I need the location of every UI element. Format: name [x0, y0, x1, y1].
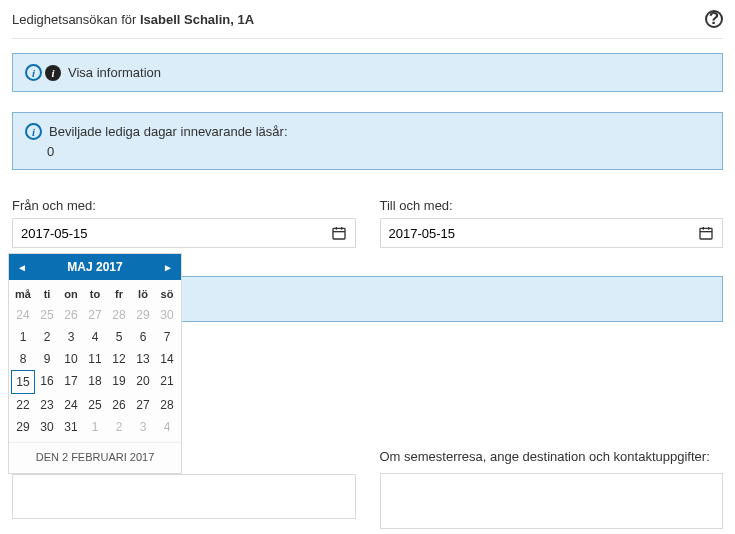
datepicker-day[interactable]: 24	[59, 394, 83, 416]
info-banner-text: Visa information	[68, 65, 161, 80]
datepicker-day[interactable]: 6	[131, 326, 155, 348]
datepicker-popover: ◄ MAJ 2017 ► måtiontofrlösö2425262728293…	[8, 253, 182, 474]
datepicker-dow: må	[11, 284, 35, 304]
datepicker-day[interactable]: 20	[131, 370, 155, 394]
datepicker-day[interactable]: 31	[59, 416, 83, 438]
datepicker-day[interactable]: 30	[35, 416, 59, 438]
datepicker-day[interactable]: 29	[11, 416, 35, 438]
datepicker-day[interactable]: 8	[11, 348, 35, 370]
svg-rect-4	[700, 228, 712, 239]
to-date-input[interactable]	[380, 218, 724, 248]
datepicker-dow: to	[83, 284, 107, 304]
from-date-label: Från och med:	[12, 198, 356, 213]
destination-textarea[interactable]	[380, 473, 724, 529]
datepicker-day[interactable]: 26	[107, 394, 131, 416]
datepicker-day[interactable]: 21	[155, 370, 179, 394]
datepicker-day[interactable]: 27	[131, 394, 155, 416]
datepicker-day[interactable]: 18	[83, 370, 107, 394]
datepicker-next-month[interactable]: ►	[163, 262, 173, 273]
datepicker-day[interactable]: 26	[59, 304, 83, 326]
datepicker-month-label: MAJ 2017	[67, 260, 122, 274]
datepicker-dow: on	[59, 284, 83, 304]
datepicker-day[interactable]: 30	[155, 304, 179, 326]
datepicker-prev-month[interactable]: ◄	[17, 262, 27, 273]
info-icon-solid: i	[45, 65, 61, 81]
destination-label: Om semesterresa, ange destination och ko…	[380, 449, 724, 464]
calendar-icon[interactable]	[698, 225, 714, 241]
datepicker-day[interactable]: 7	[155, 326, 179, 348]
datepicker-day[interactable]: 1	[83, 416, 107, 438]
page-title: Ledighetsansökan för Isabell Schalin, 1A	[12, 12, 254, 27]
datepicker-day[interactable]: 23	[35, 394, 59, 416]
date-range-row: Från och med: Till och med:	[12, 198, 723, 248]
datepicker-grid: måtiontofrlösö24252627282930123456789101…	[9, 280, 181, 440]
left-notes-textarea[interactable]	[12, 474, 356, 519]
datepicker-dow: fr	[107, 284, 131, 304]
datepicker-day[interactable]: 17	[59, 370, 83, 394]
datepicker-dow: lö	[131, 284, 155, 304]
datepicker-day[interactable]: 16	[35, 370, 59, 394]
help-icon[interactable]: ?	[705, 10, 723, 28]
datepicker-day[interactable]: 19	[107, 370, 131, 394]
datepicker-day[interactable]: 4	[155, 416, 179, 438]
datepicker-dow: sö	[155, 284, 179, 304]
datepicker-day[interactable]: 1	[11, 326, 35, 348]
from-date-input[interactable]	[12, 218, 356, 248]
calendar-icon[interactable]	[331, 225, 347, 241]
datepicker-day[interactable]: 22	[11, 394, 35, 416]
svg-rect-0	[333, 228, 345, 239]
datepicker-today-label[interactable]: DEN 2 FEBRUARI 2017	[9, 442, 181, 473]
datepicker-day[interactable]: 2	[107, 416, 131, 438]
to-date-label: Till och med:	[380, 198, 724, 213]
datepicker-day[interactable]: 12	[107, 348, 131, 370]
approved-days-count: 0	[47, 144, 710, 159]
datepicker-day[interactable]: 14	[155, 348, 179, 370]
datepicker-day[interactable]: 29	[131, 304, 155, 326]
approved-days-label: Beviljade lediga dagar innevarande läsår…	[49, 124, 288, 139]
datepicker-header: ◄ MAJ 2017 ►	[9, 254, 181, 280]
datepicker-day[interactable]: 24	[11, 304, 35, 326]
info-icon: i	[25, 123, 42, 140]
info-banner-show-info[interactable]: i i Visa information	[12, 53, 723, 92]
datepicker-day[interactable]: 10	[59, 348, 83, 370]
datepicker-day[interactable]: 3	[59, 326, 83, 348]
info-icon: i	[25, 64, 42, 81]
datepicker-day[interactable]: 25	[35, 304, 59, 326]
page-header: Ledighetsansökan för Isabell Schalin, 1A…	[12, 10, 723, 39]
datepicker-day[interactable]: 27	[83, 304, 107, 326]
datepicker-day[interactable]: 28	[155, 394, 179, 416]
datepicker-day[interactable]: 3	[131, 416, 155, 438]
datepicker-day[interactable]: 25	[83, 394, 107, 416]
datepicker-day[interactable]: 28	[107, 304, 131, 326]
from-date-field[interactable]	[21, 226, 331, 241]
info-banner-approved-days: i Beviljade lediga dagar innevarande läs…	[12, 112, 723, 170]
datepicker-day[interactable]: 15	[11, 370, 35, 394]
datepicker-day[interactable]: 2	[35, 326, 59, 348]
datepicker-day[interactable]: 13	[131, 348, 155, 370]
datepicker-dow: ti	[35, 284, 59, 304]
datepicker-day[interactable]: 11	[83, 348, 107, 370]
datepicker-day[interactable]: 9	[35, 348, 59, 370]
datepicker-day[interactable]: 5	[107, 326, 131, 348]
to-date-field[interactable]	[389, 226, 699, 241]
datepicker-day[interactable]: 4	[83, 326, 107, 348]
